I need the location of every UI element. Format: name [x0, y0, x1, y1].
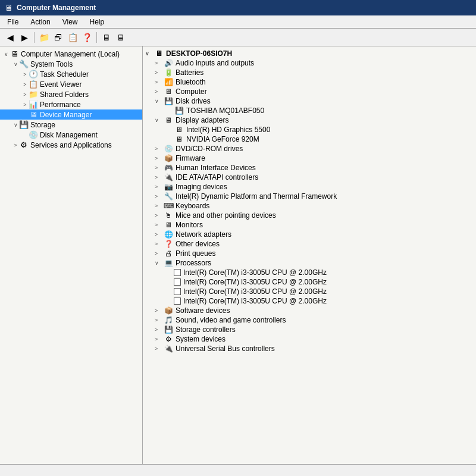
properties-button[interactable]: 📋 [66, 31, 79, 44]
keyboards-expand: > [155, 203, 163, 209]
device-nvidia[interactable]: 🖥 NVIDIA GeForce 920M [143, 134, 476, 144]
event-viewer-expand-icon: > [21, 82, 29, 87]
device-bluetooth[interactable]: > 📶 Bluetooth [143, 77, 476, 87]
task-scheduler-label: Task Scheduler [40, 70, 141, 79]
main-area: ∨ 🖥 Computer Management (Local) ∨ 🔧 Syst… [0, 46, 476, 464]
proc4-label: Intel(R) Core(TM) i3-3005U CPU @ 2.00GHz [183, 297, 327, 305]
device-proc-2[interactable]: Intel(R) Core(TM) i3-3005U CPU @ 2.00GHz [143, 277, 476, 287]
nvidia-label: NVIDIA GeForce 920M [186, 135, 259, 143]
device-monitors[interactable]: > 🖥 Monitors [143, 220, 476, 230]
print-expand: > [155, 250, 163, 256]
sidebar-item-device-manager[interactable]: 🖥 Device Manager [0, 109, 142, 120]
device-proc-3[interactable]: Intel(R) Core(TM) i3-3005U CPU @ 2.00GHz [143, 287, 476, 296]
intel-thermal-icon: 🔧 [163, 192, 174, 201]
title-text: Computer Management [17, 4, 96, 12]
audio-expand: > [155, 60, 163, 66]
tree-root[interactable]: ∨ 🖥 Computer Management (Local) [0, 49, 142, 59]
performance-label: Performance [40, 101, 141, 109]
device-dvd[interactable]: > 💿 DVD/CD-ROM drives [143, 144, 476, 154]
network-icon: 🌐 [163, 230, 174, 239]
device-display-adapters[interactable]: ∨ 🖥 Display adapters [143, 115, 476, 125]
root-icon: 🖥 [10, 49, 19, 58]
display-adapters-expand: ∨ [155, 117, 163, 123]
device-computer[interactable]: > 🖥 Computer [143, 87, 476, 96]
device-mice[interactable]: > 🖱 Mice and other pointing devices [143, 211, 476, 220]
disk-drives-label: Disk drives [176, 97, 211, 105]
toshiba-label: TOSHIBA MQ01ABF050 [186, 107, 264, 115]
device-network[interactable]: > 🌐 Network adapters [143, 230, 476, 239]
sound-expand: > [155, 317, 163, 323]
disk-management-expand-icon [21, 132, 29, 138]
device-sound[interactable]: > 🎵 Sound, video and game controllers [143, 315, 476, 325]
device-disk-drives[interactable]: ∨ 💾 Disk drives [143, 96, 476, 106]
keyboards-icon: ⌨ [163, 202, 174, 210]
device-system[interactable]: > ⚙ System devices [143, 334, 476, 344]
device-root-expand: ∨ [145, 51, 154, 57]
device-processors[interactable]: ∨ 💻 Processors [143, 258, 476, 268]
computer-button[interactable]: 🖥 [100, 31, 113, 44]
device-other[interactable]: > ❓ Other devices [143, 239, 476, 249]
intel-hd-icon: 🖥 [174, 126, 184, 134]
other-label: Other devices [176, 240, 220, 248]
menu-help[interactable]: Help [85, 17, 109, 27]
device-proc-4[interactable]: Intel(R) Core(TM) i3-3005U CPU @ 2.00GHz [143, 296, 476, 306]
sidebar-item-services[interactable]: > ⚙ Services and Applications [0, 140, 142, 150]
sidebar-item-event-viewer[interactable]: > 📋 Event Viewer [0, 79, 142, 89]
proc1-label: Intel(R) Core(TM) i3-3005U CPU @ 2.00GHz [183, 268, 327, 277]
back-button[interactable]: ◀ [4, 31, 17, 44]
computer-label: Computer [176, 87, 207, 96]
device-audio[interactable]: > 🔊 Audio inputs and outputs [143, 58, 476, 68]
sidebar-item-disk-management[interactable]: 💿 Disk Management [0, 130, 142, 140]
sound-label: Sound, video and game controllers [176, 316, 286, 324]
proc3-icon [174, 288, 181, 295]
device-batteries[interactable]: > 🔋 Batteries [143, 68, 476, 77]
device-usb[interactable]: > 🔌 Universal Serial Bus controllers [143, 344, 476, 353]
nvidia-expand [165, 136, 174, 142]
usb-icon: 🔌 [163, 345, 174, 353]
storage-label: Storage [30, 121, 141, 129]
monitors-expand: > [155, 222, 163, 228]
keyboards-label: Keyboards [176, 202, 209, 210]
up-button[interactable]: 📁 [37, 31, 51, 44]
device-software[interactable]: > 📦 Software devices [143, 306, 476, 315]
sidebar-item-system-tools[interactable]: ∨ 🔧 System Tools [0, 59, 142, 69]
device-hid[interactable]: > 🎮 Human Interface Devices [143, 163, 476, 173]
sidebar-item-shared-folders[interactable]: > 📁 Shared Folders [0, 89, 142, 99]
disk-management-label: Disk Management [40, 131, 141, 139]
device-imaging[interactable]: > 📷 Imaging devices [143, 182, 476, 192]
sidebar-item-task-scheduler[interactable]: > 🕐 Task Scheduler [0, 69, 142, 79]
ide-icon: 🔌 [163, 173, 174, 181]
device-proc-1[interactable]: Intel(R) Core(TM) i3-3005U CPU @ 2.00GHz [143, 268, 476, 277]
device-print[interactable]: > 🖨 Print queues [143, 249, 476, 258]
storage-ctrl-expand: > [155, 327, 163, 333]
dvd-expand: > [155, 146, 163, 152]
help-button[interactable]: ❓ [80, 31, 93, 44]
left-panel: ∨ 🖥 Computer Management (Local) ∨ 🔧 Syst… [0, 46, 143, 464]
device-keyboards[interactable]: > ⌨ Keyboards [143, 201, 476, 211]
usb-expand: > [155, 346, 163, 352]
forward-button[interactable]: ▶ [18, 31, 31, 44]
hid-expand: > [155, 165, 163, 171]
monitor-button[interactable]: 🖥 [114, 31, 127, 44]
device-intel-hd[interactable]: 🖥 Intel(R) HD Graphics 5500 [143, 125, 476, 134]
device-ide[interactable]: > 🔌 IDE ATA/ATAPI controllers [143, 173, 476, 182]
sidebar-item-storage[interactable]: ∨ 💾 Storage [0, 120, 142, 130]
device-intel-thermal[interactable]: > 🔧 Intel(R) Dynamic Platform and Therma… [143, 192, 476, 201]
toolbar-separator-2 [96, 32, 97, 43]
hid-label: Human Interface Devices [176, 164, 256, 172]
device-firmware[interactable]: > 📦 Firmware [143, 154, 476, 163]
menu-action[interactable]: Action [26, 17, 55, 27]
menu-view[interactable]: View [58, 17, 83, 27]
show-hide-button[interactable]: 🗗 [52, 31, 65, 44]
device-root[interactable]: ∨ 🖥 DESKTOP-06SIO7H [143, 49, 476, 58]
device-storage-ctrl[interactable]: > 💾 Storage controllers [143, 325, 476, 334]
dvd-icon: 💿 [163, 145, 174, 153]
intel-hd-expand [165, 127, 174, 133]
sidebar-item-performance[interactable]: > 📊 Performance [0, 99, 142, 109]
device-toshiba[interactable]: 💾 TOSHIBA MQ01ABF050 [143, 106, 476, 115]
shared-folders-expand-icon: > [21, 92, 29, 98]
other-icon: ❓ [163, 240, 174, 248]
network-label: Network adapters [176, 230, 231, 239]
dvd-label: DVD/CD-ROM drives [176, 145, 243, 153]
menu-file[interactable]: File [2, 17, 23, 27]
